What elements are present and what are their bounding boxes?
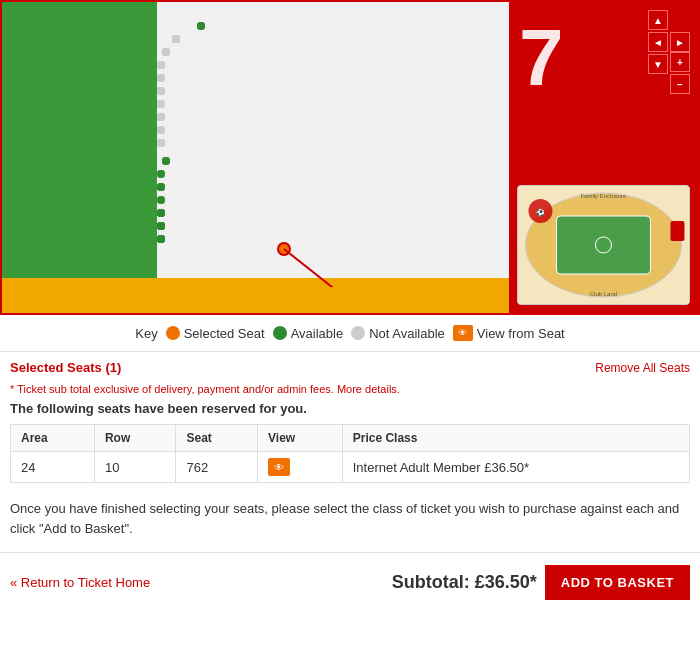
add-basket-button[interactable]: ADD TO BASKET [545,565,690,600]
col-price-class: Price Class [342,425,689,452]
zoom-in-btn[interactable]: + [670,52,690,72]
nav-left-btn[interactable]: ◄ [648,32,668,52]
key-label: Key [135,326,157,341]
selected-seats-title: Selected Seats (1) [10,360,121,375]
svg-line-0 [284,249,477,287]
seat-row: 10 [94,452,176,483]
zoom-out-btn[interactable]: − [670,74,690,94]
key-unavailable: Not Available [351,326,445,341]
col-seat: Seat [176,425,258,452]
view-from-seat-icon: 👁 [453,325,473,341]
seat-price-class: Internet Adult Member £36.50* [342,452,689,483]
footer: « Return to Ticket Home Subtotal: £36.50… [0,552,700,612]
return-link[interactable]: « Return to Ticket Home [10,575,150,590]
unavailable-label: Not Available [369,326,445,341]
nav-up-btn[interactable]: ▲ [648,10,668,30]
sector-number: 7 [519,12,564,104]
selected-label: Selected Seat [184,326,265,341]
mini-map-svg: ⚽ Family Enclosure Club Land [518,186,689,304]
table-row: 24 10 762 👁 Internet Adult Member £36.50… [11,452,690,483]
nav-down-btn[interactable]: ▼ [648,54,668,74]
seat-view[interactable]: 👁 [258,452,343,483]
mini-stadium-map[interactable]: ⚽ Family Enclosure Club Land [517,185,690,305]
view-seat-icon[interactable]: 👁 [268,458,290,476]
green-section [2,2,157,287]
info-text: Once you have finished selecting your se… [0,483,700,548]
key-available: Available [273,326,344,341]
view-label: View from Seat [477,326,565,341]
stadium-map[interactable]: ▲ ◄ ► ▼ + − 7 [0,0,700,315]
reserved-text: The following seats have been reserved f… [0,401,700,424]
remove-all-link[interactable]: Remove All Seats [595,361,690,375]
svg-text:⚽: ⚽ [536,208,545,217]
svg-text:Family Enclosure: Family Enclosure [581,193,628,199]
seats-table: Area Row Seat View Price Class 24 10 762… [10,424,690,483]
available-label: Available [291,326,344,341]
col-row: Row [94,425,176,452]
more-details-link[interactable]: More details. [337,383,400,395]
key-section: Key Selected Seat Available Not Availabl… [0,315,700,352]
sub-note: * Ticket sub total exclusive of delivery… [0,383,700,401]
stadium-right: ▲ ◄ ► ▼ + − 7 [509,2,698,313]
footer-right: Subtotal: £36.50* ADD TO BASKET [392,565,690,600]
svg-rect-2 [557,216,651,274]
selected-dot-icon [166,326,180,340]
svg-text:Club Land: Club Land [590,291,617,297]
zoom-controls[interactable]: + − [670,52,690,94]
seat-area: 24 [11,452,95,483]
seat-number: 762 [176,452,258,483]
selected-seat-dot[interactable] [277,242,291,256]
unavailable-dot-icon [351,326,365,340]
available-dot-icon [273,326,287,340]
nav-right-btn[interactable]: ► [670,32,690,52]
seat-arrow [157,2,509,287]
selected-seats-header: Selected Seats (1) Remove All Seats [0,352,700,383]
key-selected: Selected Seat [166,326,265,341]
subtotal-text: Subtotal: £36.50* [392,572,537,593]
col-view: View [258,425,343,452]
seats-area[interactable] [157,2,509,287]
col-area: Area [11,425,95,452]
seat-map-left [2,2,509,313]
table-header-row: Area Row Seat View Price Class [11,425,690,452]
key-view: 👁 View from Seat [453,325,565,341]
svg-rect-6 [671,221,685,241]
